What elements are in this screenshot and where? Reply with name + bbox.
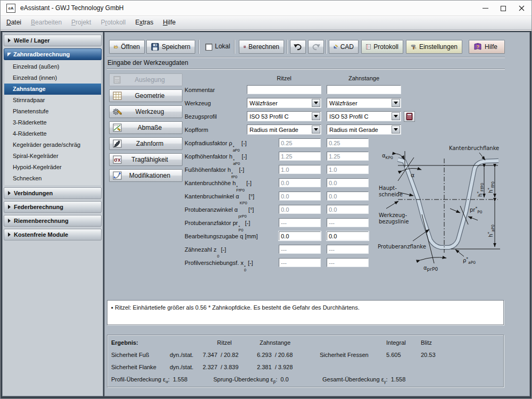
dropdown-bezugsprofil-ritzel[interactable]: ISO 53 Profil C xyxy=(247,111,321,121)
sidebar-item-einzelrad-innen-[interactable]: Einzelrad (innen) xyxy=(4,72,101,84)
modifikationen-button[interactable]: Modifikationen xyxy=(109,169,182,182)
field-label-kantenbruchwinkel: Kantenbruchwinkel αKP0 [°] xyxy=(185,192,278,201)
input-kantenbruchwinkel-zahnstange[interactable] xyxy=(327,192,369,201)
save-button[interactable]: Speichern xyxy=(146,40,195,54)
sidebar-item-stirnradpaar[interactable]: Stirnradpaar xyxy=(4,95,101,106)
sidebar-section-riemenberechnung[interactable]: Riemenberechnung xyxy=(4,215,102,227)
result-value: 5.605 xyxy=(386,352,401,358)
sidebar-item-schnecken[interactable]: Schnecken xyxy=(4,173,101,184)
redo-button xyxy=(308,40,324,54)
dropdown-kopfform-zahnstange[interactable]: Radius mit Gerade xyxy=(327,124,401,135)
open-button[interactable]: Öffnen xyxy=(109,40,145,54)
sidebar-item-4-r-derkette[interactable]: 4-Räderkette xyxy=(4,128,101,139)
sidebar-section-label: Welle / Lager xyxy=(14,37,50,44)
dropdown-arrow-icon[interactable] xyxy=(392,112,400,120)
triangle-collapsed-icon xyxy=(8,205,11,209)
dropdown-value: Wälzfräser xyxy=(329,99,358,107)
triangle-collapsed-icon xyxy=(8,191,11,195)
sidebar-item-kegelr-der-gerade-schr-g[interactable]: Kegelräder gerade/schräg xyxy=(4,139,101,151)
menu-hilfe[interactable]: Hilfe xyxy=(158,16,180,29)
close-button[interactable] xyxy=(512,1,530,16)
cad-button-label: CAD xyxy=(340,43,354,51)
divider xyxy=(107,69,505,70)
input-fusshoehenfaktor-ritzel[interactable] xyxy=(279,165,321,174)
dropdown-werkzeug-zahnstange[interactable]: Wälzfräser xyxy=(327,98,401,108)
sidebar-section-welle-lager[interactable]: Welle / Lager xyxy=(4,35,102,46)
protocol-button[interactable]: Protokoll xyxy=(361,40,403,54)
cad-button[interactable]: CAD xyxy=(329,40,359,54)
sidebar-item-zahnstange[interactable]: Zahnstange xyxy=(4,84,101,95)
input-kopfhoehenfaktor-zahnstange[interactable] xyxy=(327,152,369,161)
load-capacity-icon: σx xyxy=(111,154,123,165)
sidebar-item-spiral-kegelr-der[interactable]: Spiral-Kegelräder xyxy=(4,151,101,162)
input-zaehnezahl-ritzel[interactable] xyxy=(279,245,321,254)
svg-text:schneide: schneide xyxy=(379,192,403,197)
protocol-button-label: Protokoll xyxy=(373,43,398,51)
input-kantenbruchhoehe-ritzel[interactable] xyxy=(279,178,321,187)
zahnform-button[interactable]: Zahnform xyxy=(109,137,182,150)
minimize-button[interactable] xyxy=(476,1,494,16)
dropdown-kopfform-ritzel[interactable]: Radius mit Gerade xyxy=(247,124,321,135)
triangle-expanded-icon xyxy=(7,53,11,56)
svg-text:Werkzeug-: Werkzeug- xyxy=(379,212,407,218)
input-zaehnezahl-zahnstange[interactable] xyxy=(327,245,369,254)
dropdown-arrow-icon[interactable] xyxy=(392,99,400,107)
dropdown-arrow-icon[interactable] xyxy=(312,126,320,134)
sidebar-item-einzelrad-au-en-[interactable]: Einzelrad (außen) xyxy=(4,61,101,72)
maximize-button[interactable] xyxy=(494,1,512,16)
sidebar-section-federberechnung[interactable]: Federberechnung xyxy=(4,201,102,213)
local-checkbox[interactable] xyxy=(205,44,212,51)
field-label-kantenbruchhoehe: Kantenbruchhöhe h*FfP0 [-] xyxy=(185,178,278,188)
svg-text:Kantenbruchflanke: Kantenbruchflanke xyxy=(449,145,499,151)
sidebar-item-planetenstufe[interactable]: Planetenstufe xyxy=(4,106,101,117)
input-bearbeitungszugabe-ritzel[interactable] xyxy=(279,231,321,240)
help-button[interactable]: ? Hilfe xyxy=(469,40,505,54)
input-kopfradiusfaktor-ritzel[interactable] xyxy=(279,138,321,147)
sidebar-section-verbindungen[interactable]: Verbindungen xyxy=(4,187,102,199)
sidebar-item-3-r-derkette[interactable]: 3-Räderkette xyxy=(4,117,101,128)
sidebar-section-zahnradberechnung[interactable]: Zahnradberechnung xyxy=(4,48,102,60)
undo-icon xyxy=(293,43,303,51)
dropdown-arrow-icon[interactable] xyxy=(392,126,400,134)
sidebar-item-hypoid-kegelr-der[interactable]: Hypoid-Kegelräder xyxy=(4,162,101,173)
input-kantenbruchwinkel-ritzel[interactable] xyxy=(279,192,321,201)
settings-tools-icon xyxy=(411,43,417,51)
modifications-icon xyxy=(111,170,123,181)
app-window: eA eAssistant - GWJ Technology GmbH Date… xyxy=(0,0,532,399)
sidebar-section-label: Zahnradberechnung xyxy=(13,51,70,57)
input-kommentar-zahnstange[interactable] xyxy=(327,85,401,94)
calculator-icon xyxy=(244,43,246,51)
settings-button[interactable]: Einstellungen xyxy=(406,40,462,54)
werkzeug-button[interactable]: Werkzeug xyxy=(109,105,182,118)
title-bar: eA eAssistant - GWJ Technology GmbH xyxy=(1,1,531,16)
menu-extras[interactable]: Extras xyxy=(130,16,158,29)
input-protuberanzwinkel-ritzel[interactable] xyxy=(279,205,321,214)
input-fusshoehenfaktor-zahnstange[interactable] xyxy=(327,165,369,174)
undo-button[interactable] xyxy=(290,40,306,54)
sidebar-section-kostenfreie-module[interactable]: Kostenfreie Module xyxy=(4,229,102,240)
toolbar-separator xyxy=(234,40,235,54)
profile-calc-button[interactable] xyxy=(404,111,415,122)
menu-datei[interactable]: Datei xyxy=(2,16,26,29)
svg-text:?: ? xyxy=(476,44,479,49)
input-kopfradiusfaktor-zahnstange[interactable] xyxy=(327,138,369,147)
input-protuberanzwinkel-zahnstange[interactable] xyxy=(327,205,369,214)
calculate-button[interactable]: Berechnen xyxy=(239,40,284,54)
tragfaehigkeit-button[interactable]: σx Tragfähigkeit xyxy=(109,153,182,166)
abmasse-button[interactable]: Abmaße xyxy=(109,121,182,134)
dropdown-arrow-icon[interactable] xyxy=(312,99,320,107)
input-kantenbruchhoehe-zahnstange[interactable] xyxy=(327,178,369,187)
svg-text:αprP0: αprP0 xyxy=(423,265,438,272)
input-bearbeitungszugabe-zahnstange[interactable] xyxy=(327,231,369,240)
input-protuberanzfaktor-zahnstange[interactable] xyxy=(327,218,369,227)
input-profilverschiebungsf-zahnstange[interactable] xyxy=(327,258,369,267)
dropdown-werkzeug-ritzel[interactable]: Wälzfräser xyxy=(247,98,321,108)
dropdown-arrow-icon[interactable] xyxy=(312,112,320,120)
input-kommentar-ritzel[interactable] xyxy=(247,85,321,94)
input-protuberanzfaktor-ritzel[interactable] xyxy=(279,218,321,227)
dropdown-value: ISO 53 Profil C xyxy=(250,112,288,121)
input-profilverschiebungsf-ritzel[interactable] xyxy=(279,258,321,267)
dropdown-bezugsprofil-zahnstange[interactable]: ISO 53 Profil C xyxy=(327,111,401,121)
geometrie-button[interactable]: Geometrie xyxy=(109,89,182,102)
input-kopfhoehenfaktor-ritzel[interactable] xyxy=(279,152,321,161)
